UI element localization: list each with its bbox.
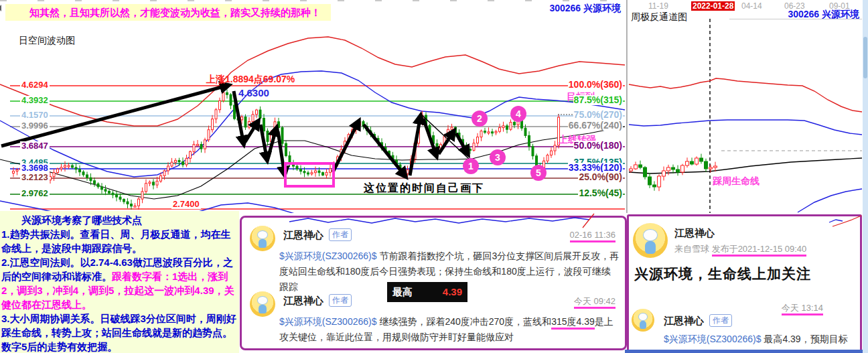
article-headline: 兴源环境，生命线上加关注 [634, 265, 811, 283]
gann-percent-label: 75.0%(270) [573, 110, 623, 120]
top-axis-ticks [0, 0, 626, 1]
comment-time: 今天 09:42 [574, 295, 616, 307]
wave-number-4: 4 [510, 106, 526, 122]
weekly-header-rule [729, 19, 862, 19]
gann-percent-label: 66.67%(240) [568, 121, 623, 131]
weekly-mid-channel-line [629, 120, 862, 135]
avatar [632, 309, 654, 332]
comment-time: 02-16 11:36 [570, 230, 616, 240]
article-author: 江恩禅心 [674, 227, 715, 240]
comment-author: 江恩禅心作者 [283, 228, 352, 242]
rise-annotation: 上涨1.8894点69.07% [206, 74, 295, 86]
author-badge: 作者 [329, 228, 352, 241]
technical-notes-panel: 兴源环境考察了哪些技术点 1.趋势共振法则。查看日、周、月极反通道，均在生命线上… [0, 211, 239, 353]
avatar [250, 291, 275, 317]
article-panel: 江恩禅心 来自雪球 发布于2021-12-15 09:40 兴源环境，生命线上加… [627, 214, 862, 352]
date-label: 04-14 [741, 1, 762, 11]
comment-time: 今天 13:14 [782, 302, 823, 314]
comment-author: 江恩禅心作者 [664, 314, 732, 328]
trend-arrow [245, 121, 259, 142]
mid-channel-line [0, 71, 625, 177]
price-level-label: 3.6847 [20, 141, 50, 151]
top-slogan-banner: 知其然，且知其所以然，才能变波动为收益，踏实又持续的那种！ [5, 4, 331, 21]
daily-wave-chart-panel: 日空间波动图 300266 兴源环境 上涨1.8894点69.07% 4.630… [0, 0, 626, 213]
stock-ticker-link[interactable]: $兴源环境(SZ300266)$ [664, 334, 762, 344]
window-bottom-bar [625, 350, 863, 353]
scrollbar-thumb[interactable] [863, 37, 867, 78]
gann-percent-label: 12.5%(45) [578, 188, 623, 198]
daily-chart-title: 日空间波动图 [19, 35, 75, 47]
comment-author: 江恩禅心作者 [283, 294, 352, 307]
avatar [250, 226, 275, 251]
price-level-label: 4.6294 [20, 80, 50, 90]
comment-text: 继续强势，踩着240度冲击270度，蓝线和 [377, 316, 552, 327]
price-level-label: 4.1570 [20, 111, 50, 120]
comment-body: $兴源环境(SZ300266)$ 继续强势，踩着240度冲击270度，蓝线和31… [279, 314, 620, 345]
date-label: 06-23 [784, 1, 805, 11]
wave-number-5: 5 [530, 165, 547, 181]
author-badge: 作者 [329, 294, 352, 307]
price-level-label: 4.3932 [20, 96, 50, 105]
date-label: 11-19 [648, 1, 668, 11]
publish-time: 发布于2021-12-15 09:40 [712, 244, 807, 257]
price-level-label: 2.7400 [171, 200, 201, 209]
highest-price-flag: 最高4.39 [387, 282, 467, 302]
weekly-lower-channel-line [798, 189, 862, 212]
consolidation-highlight-box [284, 162, 335, 188]
highlighted-date-label: 2022-01-28 [691, 1, 735, 11]
weekly-upper-channel-line [629, 78, 862, 112]
gann-percent-label: 25.0%(90) [578, 172, 623, 182]
stock-ticker-link[interactable]: $兴源环境(SZ300266)$ [279, 316, 377, 327]
gann-percent-label: 100.0%(360) [568, 80, 623, 90]
wave-number-1: 1 [463, 158, 479, 174]
wave-number-3: 3 [490, 149, 506, 165]
weekly-chart-title: 周极反通道图 [631, 11, 687, 23]
trend-arrow [410, 115, 421, 175]
screenshot-stage: 日空间波动图 300266 兴源环境 上涨1.8894点69.07% 4.630… [0, 0, 868, 353]
comment-feed-panel: 江恩禅心作者 02-16 11:36 $兴源环境(SZ300266)$ 节前跟着… [240, 216, 627, 350]
article-source-line: 来自雪球 发布于2021-12-15 09:40 [674, 243, 806, 255]
gann-percent-label: 50.0%(180) [573, 141, 623, 151]
notes-text-blue: 3.大小周期协调关系。日破线踩3分位区间时，周刚好踩生命线，转势上攻；站回生命线… [1, 313, 236, 352]
peak-price-annotation: 4.6300 [238, 87, 269, 98]
price-level-label: 3.9996 [20, 121, 50, 131]
date-label: 09-01 [829, 1, 850, 11]
avatar [633, 223, 668, 258]
upper-channel-line [0, 37, 625, 126]
gann-percent-label: 87.5%(315) [573, 95, 623, 105]
comment-text: 315度4.39 [551, 316, 595, 330]
author-badge: 作者 [709, 314, 732, 327]
stock-ticker-link[interactable]: $兴源环境(SZ300266)$ [279, 251, 377, 261]
price-level-label: 2.9762 [20, 189, 50, 198]
price-level-label: 3.2123 [20, 173, 50, 182]
daily-stock-label: 300266 兴源环境 [549, 3, 621, 15]
weekly-channel-chart-panel: 周极反通道图 300266 兴源环境 11-192022-01-2804-140… [627, 0, 863, 213]
weekly-lifeline-annotation: 踩周生命线 [713, 175, 760, 188]
wave-number-2: 2 [472, 111, 488, 127]
draw-time-note: 这位置的时间自己画下 [364, 182, 484, 196]
price-level-label: 3.3698 [20, 163, 50, 173]
